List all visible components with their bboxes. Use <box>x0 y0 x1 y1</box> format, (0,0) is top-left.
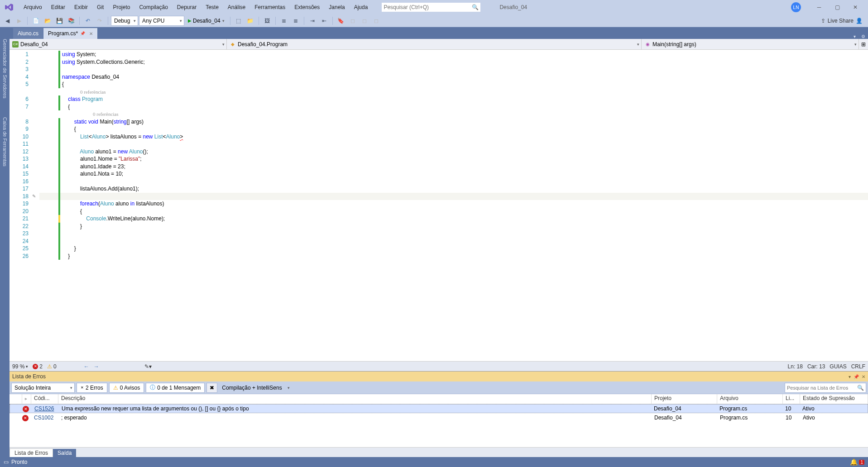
menu-compilação[interactable]: Compilação <box>134 2 172 12</box>
toolbox-tab[interactable]: Caixa de Ferramentas <box>1 114 9 169</box>
panel-dropdown-icon[interactable]: ▾ <box>849 374 851 379</box>
maximize-button[interactable]: ▢ <box>828 1 846 14</box>
info-icon: ⓘ <box>150 384 155 391</box>
left-sidebar: Gerenciador de Servidores Caixa de Ferra… <box>0 27 10 457</box>
warning-count[interactable]: ⚠0 <box>47 363 57 370</box>
close-button[interactable]: ✕ <box>846 1 864 14</box>
toolbar-btn-5[interactable]: ≣ <box>290 15 301 26</box>
error-row[interactable]: ✕ CS1002 ; esperado Desafio_04 Program.c… <box>10 413 868 422</box>
panel-close-icon[interactable]: ✕ <box>862 374 865 379</box>
search-box[interactable]: 🔍 <box>381 2 481 12</box>
nav-type-dropdown[interactable]: ◆ Desafio_04.Program <box>227 39 642 49</box>
error-icon: ✕ <box>33 364 38 369</box>
menu-projeto[interactable]: Projeto <box>108 2 134 12</box>
indent-mode[interactable]: GUIAS <box>830 363 846 370</box>
save-all-button[interactable]: 📚 <box>66 15 77 26</box>
tab-aluno-cs[interactable]: Aluno.cs <box>13 28 43 39</box>
toolbar-btn-3[interactable]: 🖼 <box>262 15 273 26</box>
quick-actions[interactable]: ✎▾ <box>144 363 152 370</box>
minimize-button[interactable]: ─ <box>810 1 828 14</box>
menu-extensões[interactable]: Extensões <box>290 2 324 12</box>
scope-dropdown[interactable]: Solução Inteira <box>11 383 75 393</box>
col-line[interactable]: Li... <box>783 394 800 404</box>
toolbar-btn-2[interactable]: 📁 <box>245 15 256 26</box>
menu-teste[interactable]: Teste <box>201 2 223 12</box>
cursor-line: Ln: 18 <box>788 363 803 370</box>
status-text: Pronto <box>11 459 27 465</box>
col-description[interactable]: Descrição <box>58 394 652 404</box>
bookmark-button[interactable]: 🔖 <box>336 15 346 26</box>
title-bar: ArquivoEditarExibirGitProjetoCompilaçãoD… <box>0 0 868 14</box>
error-list-panel: Lista de Erros ▾ 📌 ✕ Solução Inteira ✕2 … <box>10 371 868 457</box>
nav-forward[interactable]: → <box>94 363 99 370</box>
save-button[interactable]: 💾 <box>54 15 65 26</box>
nav-back[interactable]: ← <box>84 363 89 370</box>
menu-exibir[interactable]: Exibir <box>70 2 92 12</box>
tab-settings-button[interactable]: ⚙ <box>858 34 868 39</box>
sort-icon[interactable]: ▹ <box>25 396 27 401</box>
nav-member-dropdown[interactable]: ◉ Main(string[] args) <box>642 39 859 49</box>
line-ending[interactable]: CRLF <box>851 363 865 370</box>
close-tab-icon[interactable]: ✕ <box>89 31 93 36</box>
new-item-button[interactable]: 📄 <box>30 15 41 26</box>
messages-filter-button[interactable]: ⓘ0 de 1 Mensagem <box>146 383 205 393</box>
platform-dropdown[interactable]: Any CPU <box>139 16 184 26</box>
back-button[interactable]: ◀ <box>2 15 13 26</box>
config-dropdown[interactable]: Debug <box>111 16 138 26</box>
menu-janela[interactable]: Janela <box>324 2 349 12</box>
output-tab[interactable]: Saída <box>53 449 76 457</box>
error-count[interactable]: ✕2 <box>33 363 43 370</box>
notifications-button[interactable]: 🔔 1 <box>850 458 864 466</box>
pin-icon[interactable]: 📌 <box>80 31 85 36</box>
toolbar-btn-4[interactable]: ≣ <box>278 15 289 26</box>
col-file[interactable]: Arquivo <box>717 394 783 404</box>
menu-git[interactable]: Git <box>92 2 108 12</box>
toolbar-btn-9[interactable]: ◻ <box>359 15 370 26</box>
toolbar-btn-7[interactable]: ⇤ <box>319 15 330 26</box>
menu-ajuda[interactable]: Ajuda <box>350 2 373 12</box>
menu-depurar[interactable]: Depurar <box>173 2 201 12</box>
toolbar-btn-8[interactable]: ◻ <box>347 15 358 26</box>
toolbar-btn-6[interactable]: ⇥ <box>307 15 318 26</box>
tab-overflow-button[interactable]: ▾ <box>851 34 858 39</box>
clear-filter-button[interactable]: ✖ <box>206 383 217 393</box>
nav-project-dropdown[interactable]: C# Desafio_04 <box>10 39 227 49</box>
zoom-level[interactable]: 99 %▾ <box>12 363 28 370</box>
live-share-button[interactable]: ⇪ Live Share 👤 <box>817 18 866 24</box>
share-icon: ⇪ <box>821 18 825 24</box>
error-grid: ▹ Códi... Descrição Projeto Arquivo Li..… <box>10 394 868 447</box>
toolbar-btn-10[interactable]: ◻ <box>371 15 382 26</box>
menu-ferramentas[interactable]: Ferramentas <box>250 2 290 12</box>
panel-pin-icon[interactable]: 📌 <box>854 374 859 379</box>
col-state[interactable]: Estado de Supressão <box>800 394 868 404</box>
col-project[interactable]: Projeto <box>652 394 717 404</box>
error-search-input[interactable] <box>787 385 857 391</box>
run-button[interactable]: ▶Desafio_04▾ <box>185 15 227 26</box>
errors-filter-button[interactable]: ✕2 Erros <box>77 383 107 393</box>
error-list-tab[interactable]: Lista de Erros <box>10 448 53 457</box>
server-explorer-tab[interactable]: Gerenciador de Servidores <box>1 36 9 101</box>
menu-arquivo[interactable]: Arquivo <box>19 2 47 12</box>
method-icon: ◉ <box>644 41 651 48</box>
open-button[interactable]: 📂 <box>42 15 53 26</box>
col-code[interactable]: Códi... <box>31 394 58 404</box>
redo-button[interactable]: ↷ <box>94 15 105 26</box>
build-intellisense-dropdown[interactable]: Compilação + IntelliSens <box>219 383 292 393</box>
solution-name[interactable]: Desafio_04 <box>494 3 532 12</box>
undo-button[interactable]: ↶ <box>82 15 93 26</box>
split-view-button[interactable]: ⊞ <box>859 41 868 48</box>
menu-análise[interactable]: Análise <box>223 2 250 12</box>
warning-icon: ⚠ <box>47 363 52 370</box>
forward-button[interactable]: ▶ <box>14 15 24 26</box>
error-search-box[interactable]: 🔍 <box>785 383 866 393</box>
nav-member-label: Main(string[] args) <box>652 41 696 48</box>
user-avatar[interactable]: LN <box>791 2 801 12</box>
tab-program-cs[interactable]: Program.cs* 📌 ✕ <box>43 28 98 39</box>
toolbar-btn-1[interactable]: ⬚ <box>233 15 244 26</box>
code-editor[interactable]: 123456789101112131415161718✎192021222324… <box>10 50 868 361</box>
search-input[interactable] <box>384 4 470 10</box>
code-area[interactable]: using System;using System.Collections.Ge… <box>37 50 868 361</box>
menu-editar[interactable]: Editar <box>47 2 70 12</box>
error-row[interactable]: ✕ CS1526 Uma expressão new requer uma li… <box>10 404 868 413</box>
warnings-filter-button[interactable]: ⚠0 Avisos <box>109 383 144 393</box>
